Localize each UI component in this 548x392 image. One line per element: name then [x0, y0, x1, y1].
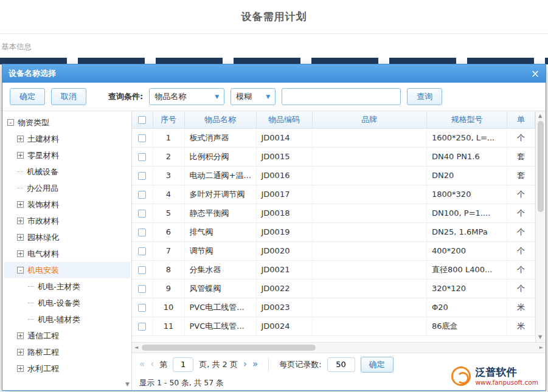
scroll-left-icon[interactable]: ◄ — [134, 345, 138, 350]
tree-item[interactable]: - 物资类型 — [4, 114, 130, 131]
column-header: 物品名称 — [184, 111, 256, 128]
per-page-label: 每页记录数: — [279, 359, 321, 370]
tree-toggle-icon[interactable]: + — [17, 201, 24, 208]
prev-page-button[interactable]: ‹ — [150, 360, 154, 369]
table-row[interactable]: 2 比例积分阀 JD0015 DN40 PN1.6 套 — [132, 147, 535, 166]
tree-toggle-icon[interactable]: - — [7, 119, 14, 126]
horizontal-scrollbar-thumb[interactable] — [142, 345, 316, 351]
table-row[interactable]: 6 排气阀 JD0019 DN25, 1.6MPa 个 — [132, 222, 535, 241]
table-row[interactable]: 3 电动二通阀+温... JD0016 DN20 套 — [132, 166, 535, 185]
query-condition-label: 查询条件: — [108, 91, 143, 102]
cell-item-code: JD0016 — [256, 166, 312, 185]
table-row[interactable]: 8 分集水器 JD0021 直径800 L400... 个 — [132, 260, 535, 279]
row-checkbox[interactable] — [138, 191, 146, 199]
tree-item[interactable]: + 土建材料 — [4, 131, 130, 147]
cell-spec: DN40 PN1.6 — [427, 147, 507, 166]
tree-item-label: 水利工程 — [27, 363, 59, 374]
cell-spec: Φ20 — [427, 298, 507, 317]
scroll-right-icon[interactable]: ► — [539, 345, 543, 350]
table-row[interactable]: 1 板式消声器 JD0014 1600*250, L=... 个 — [132, 128, 535, 147]
column-header: 规格型号 — [427, 111, 507, 128]
per-page-input[interactable] — [327, 357, 355, 372]
tree-item[interactable]: + 路桥工程 — [4, 344, 130, 360]
tree-item[interactable]: + 市政材料 — [4, 213, 130, 229]
vertical-scrollbar-thumb[interactable] — [538, 121, 544, 212]
tree-toggle-icon[interactable] — [28, 319, 34, 320]
cell-item-name: PVC电工线管... — [184, 317, 256, 335]
cell-seq: 2 — [153, 147, 184, 166]
table-row[interactable]: 11 PVC电工线管... JD0024 86底盒 米 — [132, 317, 535, 335]
tree-item[interactable]: + 水利工程 — [4, 360, 130, 377]
tree-item[interactable]: 机电-主材类 — [4, 278, 130, 295]
keyword-input[interactable] — [282, 88, 401, 105]
page-number-input[interactable] — [173, 357, 193, 372]
cell-seq: 4 — [153, 185, 184, 204]
last-page-button[interactable]: » — [252, 360, 258, 369]
tree-item[interactable]: + 装饰材料 — [4, 196, 130, 213]
row-checkbox[interactable] — [138, 153, 146, 161]
confirm-button[interactable]: 确定 — [10, 88, 45, 105]
row-checkbox[interactable] — [138, 229, 146, 236]
row-checkbox[interactable] — [138, 304, 146, 312]
next-page-button[interactable]: › — [243, 360, 247, 369]
search-button[interactable]: 查询 — [407, 88, 442, 105]
match-mode-select[interactable]: 模糊 ▼ — [231, 88, 276, 105]
cell-item-name: 板式消声器 — [184, 128, 256, 147]
row-checkbox[interactable] — [138, 172, 146, 180]
tree-toggle-icon[interactable]: + — [17, 136, 24, 142]
cell-seq: 8 — [153, 260, 184, 279]
horizontal-scrollbar[interactable]: ◄ ► — [132, 342, 546, 352]
cell-seq: 1 — [153, 128, 184, 147]
column-header: 物品编码 — [256, 111, 312, 128]
tree-toggle-icon[interactable] — [28, 303, 34, 303]
select-all-checkbox[interactable] — [138, 116, 146, 124]
vertical-scrollbar[interactable]: ▲ ▼ — [535, 111, 546, 342]
tree-scroll-down-icon[interactable]: ▼ — [125, 381, 130, 387]
tree-item[interactable]: + 园林绿化 — [4, 229, 130, 246]
cell-item-code: JD0024 — [256, 317, 312, 335]
tree-item[interactable]: 机电-设备类 — [4, 295, 130, 311]
tree-toggle-icon[interactable]: + — [17, 234, 24, 241]
tree-item[interactable]: 机电-辅材类 — [4, 311, 130, 328]
first-page-button[interactable]: « — [139, 360, 145, 369]
scroll-up-icon[interactable]: ▲ — [538, 114, 542, 119]
field-select[interactable]: 物品名称 ▼ — [149, 88, 224, 105]
tree-item[interactable]: 办公用品 — [4, 180, 130, 196]
tree-toggle-icon[interactable]: + — [17, 365, 24, 372]
tree-toggle-icon[interactable] — [17, 171, 23, 172]
tree-item[interactable]: - 机电安装 — [4, 262, 130, 278]
tree-toggle-icon[interactable]: - — [17, 267, 24, 273]
cell-item-code: JD0021 — [256, 260, 312, 279]
tree-item[interactable]: + 通信工程 — [4, 328, 130, 344]
per-page-confirm-button[interactable]: 确定 — [361, 357, 394, 373]
row-checkbox[interactable] — [138, 134, 146, 142]
tree-item[interactable]: + 电气材料 — [4, 246, 130, 262]
tree-item-label: 机电-辅材类 — [38, 314, 80, 325]
table-row[interactable]: 5 静态平衡阀 JD0018 DN100, P=1.... 个 — [132, 204, 535, 222]
tree-toggle-icon[interactable]: + — [17, 250, 24, 257]
table-row[interactable]: 7 调节阀 JD0020 400*200 个 — [132, 241, 535, 260]
match-mode-value: 模糊 — [236, 91, 252, 102]
table-row[interactable]: 4 多叶对开调节阀 JD0017 1800*320 个 — [132, 185, 535, 204]
tree-toggle-icon[interactable]: + — [17, 152, 24, 159]
row-checkbox[interactable] — [138, 323, 146, 331]
cancel-button[interactable]: 取消 — [51, 88, 86, 105]
table-row[interactable]: 10 PVC电工线管... JD0023 Φ20 米 — [132, 298, 535, 317]
row-checkbox[interactable] — [138, 266, 146, 274]
cell-brand — [312, 260, 427, 279]
scroll-down-icon[interactable]: ▼ — [538, 335, 542, 340]
tree-item[interactable]: + 零星材料 — [4, 147, 130, 163]
cell-seq: 9 — [153, 279, 184, 298]
row-checkbox[interactable] — [138, 285, 146, 293]
table-body: 1 板式消声器 JD0014 1600*250, L=... 个 — [132, 128, 535, 335]
tree-toggle-icon[interactable] — [17, 188, 23, 188]
tree-toggle-icon[interactable] — [28, 286, 34, 287]
tree-toggle-icon[interactable]: + — [17, 218, 24, 224]
row-checkbox[interactable] — [138, 210, 146, 218]
table-row[interactable]: 9 风管蝶阀 JD0022 320*120 个 — [132, 279, 535, 298]
row-checkbox[interactable] — [138, 247, 146, 255]
tree-item[interactable]: 机械设备 — [4, 163, 130, 180]
close-icon[interactable]: × — [531, 69, 539, 79]
tree-toggle-icon[interactable]: + — [17, 349, 24, 356]
tree-toggle-icon[interactable]: + — [17, 332, 24, 339]
